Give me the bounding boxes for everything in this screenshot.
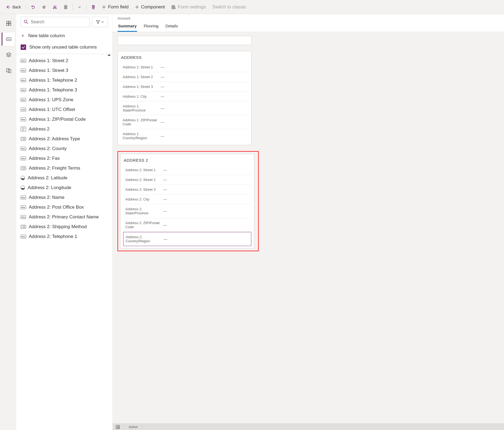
tab-details[interactable]: Details (165, 21, 179, 32)
separator (73, 4, 73, 10)
column-item[interactable]: AbcAddress 2: Name (16, 193, 112, 202)
field-value: --- (161, 65, 164, 69)
column-item[interactable]: AbcAddress 2: Post Office Box (16, 202, 112, 212)
form-field[interactable]: Address 2: Street 1--- (123, 165, 251, 175)
column-item[interactable]: AbcAddress 1: Telephone 3 (16, 85, 112, 95)
back-button[interactable]: Back (3, 3, 24, 11)
add-form-field-button[interactable]: Form field (99, 3, 131, 11)
plus-icon: + (21, 34, 25, 38)
option-icon (21, 225, 26, 229)
column-item[interactable]: AbcAddress 1: UPS Zone (16, 95, 112, 105)
column-item[interactable]: AbcdefAddress 2 (16, 124, 112, 134)
column-item[interactable]: AbcAddress 1: Street 3 (16, 66, 112, 75)
form-field[interactable]: Address 1: Street 1--- (121, 62, 249, 72)
form-field[interactable]: Address 2: Street 3--- (123, 185, 251, 195)
column-item[interactable]: AbcAddress 1: ZIP/Postal Code (16, 114, 112, 124)
cut-button[interactable] (50, 3, 60, 11)
show-unused-toggle[interactable]: Show only unused table columns (16, 42, 112, 54)
address2-section[interactable]: ADDRESS 2 Address 2: Street 1---Address … (120, 154, 254, 249)
form-settings-button[interactable]: Form settings (169, 3, 209, 11)
type-icon: Abc (21, 205, 26, 209)
chevron-down-icon (101, 21, 104, 23)
add-component-button[interactable]: Component (132, 3, 168, 11)
column-label: Address 2 (29, 126, 50, 132)
form-field[interactable]: Address 1: Street 2--- (121, 72, 249, 82)
undo-icon (31, 5, 35, 9)
column-item[interactable]: AbcAddress 2: Primary Contact Name (16, 212, 112, 222)
trash-icon (91, 5, 96, 9)
redo-icon (42, 5, 46, 9)
column-label: Address 1: Street 3 (29, 68, 68, 73)
column-item[interactable]: AbcAddress 2: Telephone 1 (16, 232, 112, 241)
new-column-label: New table column (28, 33, 65, 39)
components-nav[interactable] (2, 17, 15, 30)
search-box[interactable] (21, 17, 90, 27)
tree-nav[interactable] (2, 48, 15, 61)
status-text: Active (129, 425, 138, 429)
column-item[interactable]: AbcAddress 1: Street 2 (16, 56, 112, 66)
form-field[interactable]: Address 1: City--- (121, 92, 249, 101)
column-item[interactable]: Address 2: Shipping Method (16, 222, 112, 232)
columns-nav[interactable]: Abc (2, 33, 15, 46)
column-list[interactable]: AbcAddress 1: Street 2AbcAddress 1: Stre… (16, 54, 112, 430)
tab-flooring[interactable]: Flooring (143, 21, 159, 32)
plus-icon (102, 5, 106, 9)
search-input[interactable] (31, 20, 87, 24)
expand-icon[interactable] (116, 425, 120, 429)
svg-point-5 (175, 8, 176, 9)
form-field[interactable]: Address 1: Street 3--- (121, 82, 249, 92)
field-label: Address 2: Country/Region (126, 235, 164, 243)
address-section[interactable]: ADDRESS Address 1: Street 1---Address 1:… (118, 51, 252, 145)
delete-button[interactable] (88, 3, 98, 11)
abc-def-icon: Abcdef (21, 127, 26, 132)
filter-button[interactable] (92, 17, 108, 27)
form-field[interactable]: Address 2: State/Province--- (123, 204, 251, 218)
type-icon: Abc (21, 235, 26, 238)
column-label: Address 2: Name (29, 195, 64, 200)
column-item[interactable]: Address 2: Latitude (16, 173, 112, 183)
empty-section[interactable] (118, 36, 252, 45)
column-item[interactable]: Address 2: Freight Terms (16, 163, 112, 173)
scissors-icon (53, 5, 57, 9)
form-canvas: Account SummaryFlooringDetails ADDRESS A… (113, 14, 504, 430)
column-label: Address 1: UPS Zone (29, 97, 73, 103)
new-column-button[interactable]: + New table column (16, 30, 112, 42)
form-field[interactable]: Address 2: ZIP/Postal Code--- (123, 218, 251, 232)
form-field[interactable]: Address 1: ZIP/Postal Code--- (121, 115, 249, 129)
column-item[interactable]: Address 2: Longitude (16, 183, 112, 193)
form-settings-icon (172, 5, 176, 9)
form-field[interactable]: Address 2: Country/Region--- (123, 232, 251, 246)
entity-name: Account (118, 16, 499, 20)
column-item[interactable]: 123Address 1: UTC Offset (16, 105, 112, 114)
form-field[interactable]: Address 1: State/Province--- (121, 101, 249, 115)
undo-button[interactable] (28, 3, 38, 11)
show-unused-label: Show only unused table columns (29, 44, 97, 50)
filter-icon (96, 20, 100, 24)
form-field[interactable]: Address 2: City--- (123, 195, 251, 204)
top-toolbar: Back Form field Component Form settings … (0, 0, 504, 14)
column-item[interactable]: AbcAddress 2: County (16, 144, 112, 154)
separator (86, 4, 86, 10)
tab-summary[interactable]: Summary (118, 21, 137, 32)
form-field[interactable]: Address 1: Country/Region--- (121, 129, 249, 143)
svg-rect-16 (22, 167, 25, 169)
type-icon: Abc (21, 78, 26, 82)
type-icon: Abc (21, 147, 26, 151)
type-icon: Abc (21, 88, 26, 92)
field-label: Address 1: Street 3 (123, 85, 161, 89)
column-label: Address 1: ZIP/Postal Code (29, 117, 86, 122)
column-item[interactable]: AbcAddress 1: Telephone 2 (16, 75, 112, 85)
form-field[interactable]: Address 2: Street 2--- (123, 175, 251, 185)
column-item[interactable]: AbcAddress 2: Fax (16, 154, 112, 163)
column-label: Address 2: Post Office Box (29, 205, 84, 210)
field-value: --- (161, 75, 164, 79)
plus-icon (135, 5, 139, 9)
svg-rect-8 (7, 24, 8, 26)
switch-classic-button[interactable]: Switch to classic (210, 3, 249, 11)
chevron-button[interactable] (75, 4, 84, 10)
type-icon: Abc (21, 157, 26, 160)
field-value: --- (164, 237, 167, 241)
library-nav[interactable] (2, 64, 15, 77)
column-item[interactable]: Address 2: Address Type (16, 134, 112, 144)
svg-rect-9 (9, 24, 11, 26)
